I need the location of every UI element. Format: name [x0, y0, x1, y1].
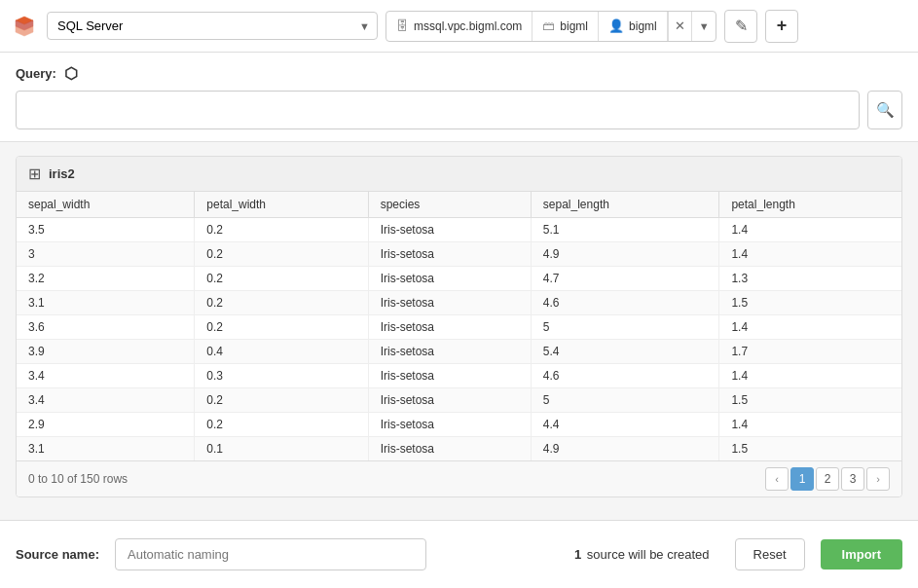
table-cell: 0.2 — [195, 218, 368, 242]
col-header-species: species — [368, 192, 531, 218]
table-cell: Iris-setosa — [368, 291, 531, 315]
table-cell: 5.1 — [531, 218, 719, 242]
query-label-text: Query: — [16, 66, 56, 81]
page-3-button[interactable]: 3 — [841, 467, 864, 491]
user-icon: 👤 — [608, 18, 624, 33]
table-row: 3.40.3Iris-setosa4.61.4 — [17, 364, 901, 388]
results-title: iris2 — [49, 166, 75, 181]
results-section: ⊞ iris2 sepal_widthpetal_widthspeciessep… — [16, 156, 902, 497]
table-cell: 4.4 — [531, 413, 719, 437]
table-cell: Iris-setosa — [368, 437, 531, 461]
table-cell: 4.7 — [531, 267, 719, 291]
table-cell: Iris-setosa — [368, 340, 531, 364]
table-cell: 0.1 — [195, 437, 368, 461]
table-cell: 1.7 — [719, 340, 901, 364]
connection-host: 🗄 mssql.vpc.bigml.com — [386, 12, 532, 41]
col-header-petal_length: petal_length — [719, 192, 901, 218]
import-button[interactable]: Import — [821, 539, 902, 570]
connection-close-button[interactable]: ✕ — [668, 12, 692, 41]
table-cell: 0.2 — [195, 291, 368, 315]
table-cell: Iris-setosa — [368, 242, 531, 267]
table-cell: 3.4 — [17, 388, 195, 413]
table-cell: 0.2 — [195, 267, 368, 291]
table-row: 2.90.2Iris-setosa4.41.4 — [17, 413, 901, 437]
source-will-be-created-text: source will be created — [587, 547, 710, 562]
table-row: 3.60.2Iris-setosa51.4 — [17, 315, 901, 340]
table-row: 3.50.2Iris-setosa5.11.4 — [17, 218, 901, 242]
source-count: 1 — [574, 547, 581, 562]
query-input[interactable]: SELECT * FROM iris2 — [16, 91, 860, 129]
row-range-text: 0 to 10 of 150 rows — [28, 472, 128, 486]
run-query-button[interactable]: 🔍 — [867, 91, 902, 129]
col-header-sepal_width: sepal_width — [17, 192, 195, 218]
source-name-input[interactable] — [115, 538, 426, 570]
page-1-button[interactable]: 1 — [790, 467, 814, 491]
next-page-button[interactable]: › — [866, 467, 890, 491]
table-cell: 1.3 — [719, 267, 901, 291]
results-table: sepal_widthpetal_widthspeciessepal_lengt… — [17, 192, 901, 460]
page-2-button[interactable]: 2 — [816, 467, 839, 491]
search-icon: 🔍 — [876, 101, 895, 119]
table-cell: 1.4 — [719, 364, 901, 388]
table-cell: 3 — [17, 242, 195, 267]
pencil-icon: ✎ — [735, 17, 748, 35]
table-row: 3.10.1Iris-setosa4.91.5 — [17, 437, 901, 461]
datasource-select[interactable]: SQL ServerPostgreSQLMySQLBigQuery — [47, 12, 378, 40]
table-cell: 0.2 — [195, 315, 368, 340]
table-cell: 0.3 — [195, 364, 368, 388]
table-cell: 3.1 — [17, 291, 195, 315]
connection-user: 👤 bigml — [599, 12, 668, 41]
database-text: bigml — [560, 19, 588, 33]
add-connection-button[interactable]: + — [765, 10, 798, 43]
table-cell: 2.9 — [17, 413, 195, 437]
results-header: ⊞ iris2 — [17, 157, 901, 192]
db-icon: 🗃 — [542, 18, 555, 33]
table-cell: 4.6 — [531, 291, 719, 315]
table-row: 3.90.4Iris-setosa5.41.7 — [17, 340, 901, 364]
table-cell: 3.4 — [17, 364, 195, 388]
table-cell: Iris-setosa — [368, 364, 531, 388]
reset-button[interactable]: Reset — [735, 538, 805, 570]
table-cell: 3.1 — [17, 437, 195, 461]
table-cell: 0.2 — [195, 413, 368, 437]
source-name-label: Source name: — [16, 547, 99, 562]
table-cell: 0.2 — [195, 242, 368, 267]
query-section: Query: ⬡ SELECT * FROM iris2 🔍 — [0, 53, 918, 142]
table-cell: 4.6 — [531, 364, 719, 388]
table-cell: 5 — [531, 388, 719, 413]
table-cell: 1.4 — [719, 315, 901, 340]
user-text: bigml — [629, 19, 657, 33]
table-cell: 4.9 — [531, 437, 719, 461]
table-cell: 1.5 — [719, 437, 901, 461]
pagination: ‹ 1 2 3 › — [765, 467, 890, 491]
table-cell: Iris-setosa — [368, 267, 531, 291]
table-cell: 4.9 — [531, 242, 719, 267]
prev-page-button[interactable]: ‹ — [765, 467, 789, 491]
table-header-row: sepal_widthpetal_widthspeciessepal_lengt… — [17, 192, 901, 218]
app-logo — [10, 12, 39, 41]
connection-database: 🗃 bigml — [532, 12, 599, 41]
connection-group: 🗄 mssql.vpc.bigml.com 🗃 bigml 👤 bigml ✕ … — [386, 11, 716, 42]
table-cell: Iris-setosa — [368, 388, 531, 413]
plus-icon: + — [777, 16, 788, 36]
database-icon: 🗄 — [396, 18, 409, 33]
table-footer: 0 to 10 of 150 rows ‹ 1 2 3 › — [17, 460, 901, 496]
table-cell: 3.6 — [17, 315, 195, 340]
table-cell: 0.2 — [195, 388, 368, 413]
layers-icon: ⬡ — [64, 64, 78, 83]
table-body: 3.50.2Iris-setosa5.11.430.2Iris-setosa4.… — [17, 218, 901, 461]
table-cell: 5 — [531, 315, 719, 340]
table-cell: 5.4 — [531, 340, 719, 364]
col-header-sepal_length: sepal_length — [531, 192, 719, 218]
query-input-wrapper: SELECT * FROM iris2 🔍 — [16, 91, 902, 129]
table-cell: Iris-setosa — [368, 413, 531, 437]
connection-dropdown-button[interactable]: ▼ — [691, 12, 716, 41]
source-count-info: 1 source will be created — [442, 547, 719, 562]
edit-connection-button[interactable]: ✎ — [724, 10, 757, 43]
table-row: 3.40.2Iris-setosa51.5 — [17, 388, 901, 413]
col-header-petal_width: petal_width — [195, 192, 368, 218]
table-row: 3.10.2Iris-setosa4.61.5 — [17, 291, 901, 315]
table-cell: 1.4 — [719, 218, 901, 242]
datasource-select-wrapper: SQL ServerPostgreSQLMySQLBigQuery ▼ — [47, 12, 378, 40]
table-cell: 1.4 — [719, 413, 901, 437]
